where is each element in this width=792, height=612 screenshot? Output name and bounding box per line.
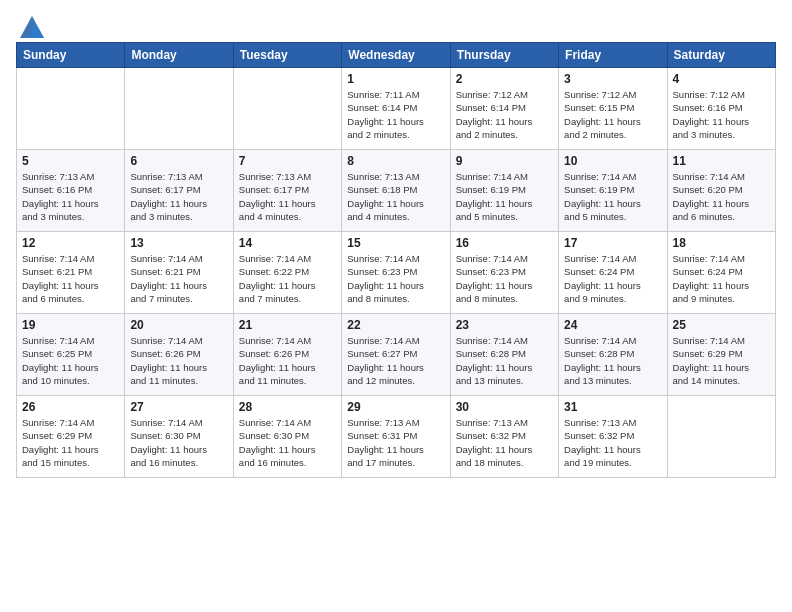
calendar-header-friday: Friday bbox=[559, 43, 667, 68]
day-number: 17 bbox=[564, 236, 661, 250]
day-info: Sunrise: 7:11 AM Sunset: 6:14 PM Dayligh… bbox=[347, 88, 444, 141]
day-number: 24 bbox=[564, 318, 661, 332]
day-number: 30 bbox=[456, 400, 553, 414]
logo bbox=[16, 12, 46, 36]
calendar-cell: 8Sunrise: 7:13 AM Sunset: 6:18 PM Daylig… bbox=[342, 150, 450, 232]
day-info: Sunrise: 7:14 AM Sunset: 6:23 PM Dayligh… bbox=[347, 252, 444, 305]
day-number: 12 bbox=[22, 236, 119, 250]
day-info: Sunrise: 7:12 AM Sunset: 6:14 PM Dayligh… bbox=[456, 88, 553, 141]
calendar-cell: 30Sunrise: 7:13 AM Sunset: 6:32 PM Dayli… bbox=[450, 396, 558, 478]
calendar-week-2: 5Sunrise: 7:13 AM Sunset: 6:16 PM Daylig… bbox=[17, 150, 776, 232]
day-info: Sunrise: 7:13 AM Sunset: 6:32 PM Dayligh… bbox=[564, 416, 661, 469]
day-info: Sunrise: 7:14 AM Sunset: 6:30 PM Dayligh… bbox=[130, 416, 227, 469]
calendar-cell: 12Sunrise: 7:14 AM Sunset: 6:21 PM Dayli… bbox=[17, 232, 125, 314]
day-number: 7 bbox=[239, 154, 336, 168]
calendar-header-monday: Monday bbox=[125, 43, 233, 68]
day-number: 25 bbox=[673, 318, 770, 332]
day-info: Sunrise: 7:14 AM Sunset: 6:26 PM Dayligh… bbox=[130, 334, 227, 387]
calendar-week-4: 19Sunrise: 7:14 AM Sunset: 6:25 PM Dayli… bbox=[17, 314, 776, 396]
calendar-week-3: 12Sunrise: 7:14 AM Sunset: 6:21 PM Dayli… bbox=[17, 232, 776, 314]
day-info: Sunrise: 7:14 AM Sunset: 6:25 PM Dayligh… bbox=[22, 334, 119, 387]
calendar-cell: 4Sunrise: 7:12 AM Sunset: 6:16 PM Daylig… bbox=[667, 68, 775, 150]
day-number: 3 bbox=[564, 72, 661, 86]
page: SundayMondayTuesdayWednesdayThursdayFrid… bbox=[0, 0, 792, 488]
calendar-cell: 16Sunrise: 7:14 AM Sunset: 6:23 PM Dayli… bbox=[450, 232, 558, 314]
calendar-cell: 29Sunrise: 7:13 AM Sunset: 6:31 PM Dayli… bbox=[342, 396, 450, 478]
day-number: 10 bbox=[564, 154, 661, 168]
calendar-cell: 13Sunrise: 7:14 AM Sunset: 6:21 PM Dayli… bbox=[125, 232, 233, 314]
calendar-cell: 2Sunrise: 7:12 AM Sunset: 6:14 PM Daylig… bbox=[450, 68, 558, 150]
day-number: 20 bbox=[130, 318, 227, 332]
day-number: 16 bbox=[456, 236, 553, 250]
day-number: 29 bbox=[347, 400, 444, 414]
calendar-cell: 31Sunrise: 7:13 AM Sunset: 6:32 PM Dayli… bbox=[559, 396, 667, 478]
day-number: 14 bbox=[239, 236, 336, 250]
calendar-cell bbox=[667, 396, 775, 478]
calendar-cell: 24Sunrise: 7:14 AM Sunset: 6:28 PM Dayli… bbox=[559, 314, 667, 396]
day-info: Sunrise: 7:14 AM Sunset: 6:20 PM Dayligh… bbox=[673, 170, 770, 223]
calendar-week-1: 1Sunrise: 7:11 AM Sunset: 6:14 PM Daylig… bbox=[17, 68, 776, 150]
calendar-cell: 17Sunrise: 7:14 AM Sunset: 6:24 PM Dayli… bbox=[559, 232, 667, 314]
day-number: 11 bbox=[673, 154, 770, 168]
calendar-cell: 1Sunrise: 7:11 AM Sunset: 6:14 PM Daylig… bbox=[342, 68, 450, 150]
calendar-cell: 19Sunrise: 7:14 AM Sunset: 6:25 PM Dayli… bbox=[17, 314, 125, 396]
day-number: 4 bbox=[673, 72, 770, 86]
day-info: Sunrise: 7:13 AM Sunset: 6:16 PM Dayligh… bbox=[22, 170, 119, 223]
day-number: 1 bbox=[347, 72, 444, 86]
day-number: 27 bbox=[130, 400, 227, 414]
calendar-cell: 18Sunrise: 7:14 AM Sunset: 6:24 PM Dayli… bbox=[667, 232, 775, 314]
calendar-cell: 23Sunrise: 7:14 AM Sunset: 6:28 PM Dayli… bbox=[450, 314, 558, 396]
calendar-header-thursday: Thursday bbox=[450, 43, 558, 68]
day-number: 5 bbox=[22, 154, 119, 168]
calendar-cell: 7Sunrise: 7:13 AM Sunset: 6:17 PM Daylig… bbox=[233, 150, 341, 232]
day-number: 23 bbox=[456, 318, 553, 332]
calendar-header-saturday: Saturday bbox=[667, 43, 775, 68]
day-info: Sunrise: 7:14 AM Sunset: 6:28 PM Dayligh… bbox=[456, 334, 553, 387]
day-info: Sunrise: 7:14 AM Sunset: 6:21 PM Dayligh… bbox=[22, 252, 119, 305]
day-number: 31 bbox=[564, 400, 661, 414]
day-info: Sunrise: 7:14 AM Sunset: 6:22 PM Dayligh… bbox=[239, 252, 336, 305]
logo-icon bbox=[18, 12, 46, 40]
day-info: Sunrise: 7:14 AM Sunset: 6:19 PM Dayligh… bbox=[564, 170, 661, 223]
calendar-cell: 21Sunrise: 7:14 AM Sunset: 6:26 PM Dayli… bbox=[233, 314, 341, 396]
day-info: Sunrise: 7:13 AM Sunset: 6:31 PM Dayligh… bbox=[347, 416, 444, 469]
day-number: 6 bbox=[130, 154, 227, 168]
calendar-cell bbox=[233, 68, 341, 150]
calendar-cell: 28Sunrise: 7:14 AM Sunset: 6:30 PM Dayli… bbox=[233, 396, 341, 478]
calendar: SundayMondayTuesdayWednesdayThursdayFrid… bbox=[16, 42, 776, 478]
calendar-cell: 26Sunrise: 7:14 AM Sunset: 6:29 PM Dayli… bbox=[17, 396, 125, 478]
calendar-cell bbox=[17, 68, 125, 150]
calendar-cell: 6Sunrise: 7:13 AM Sunset: 6:17 PM Daylig… bbox=[125, 150, 233, 232]
day-number: 8 bbox=[347, 154, 444, 168]
day-info: Sunrise: 7:14 AM Sunset: 6:28 PM Dayligh… bbox=[564, 334, 661, 387]
day-info: Sunrise: 7:14 AM Sunset: 6:24 PM Dayligh… bbox=[673, 252, 770, 305]
day-info: Sunrise: 7:14 AM Sunset: 6:27 PM Dayligh… bbox=[347, 334, 444, 387]
header bbox=[16, 12, 776, 36]
calendar-cell: 22Sunrise: 7:14 AM Sunset: 6:27 PM Dayli… bbox=[342, 314, 450, 396]
day-info: Sunrise: 7:14 AM Sunset: 6:24 PM Dayligh… bbox=[564, 252, 661, 305]
calendar-cell: 20Sunrise: 7:14 AM Sunset: 6:26 PM Dayli… bbox=[125, 314, 233, 396]
calendar-header-row: SundayMondayTuesdayWednesdayThursdayFrid… bbox=[17, 43, 776, 68]
calendar-cell: 3Sunrise: 7:12 AM Sunset: 6:15 PM Daylig… bbox=[559, 68, 667, 150]
day-number: 13 bbox=[130, 236, 227, 250]
calendar-cell: 14Sunrise: 7:14 AM Sunset: 6:22 PM Dayli… bbox=[233, 232, 341, 314]
day-info: Sunrise: 7:14 AM Sunset: 6:21 PM Dayligh… bbox=[130, 252, 227, 305]
day-info: Sunrise: 7:12 AM Sunset: 6:15 PM Dayligh… bbox=[564, 88, 661, 141]
day-number: 19 bbox=[22, 318, 119, 332]
day-info: Sunrise: 7:14 AM Sunset: 6:29 PM Dayligh… bbox=[673, 334, 770, 387]
day-number: 9 bbox=[456, 154, 553, 168]
day-info: Sunrise: 7:14 AM Sunset: 6:30 PM Dayligh… bbox=[239, 416, 336, 469]
calendar-header-sunday: Sunday bbox=[17, 43, 125, 68]
day-number: 28 bbox=[239, 400, 336, 414]
day-info: Sunrise: 7:12 AM Sunset: 6:16 PM Dayligh… bbox=[673, 88, 770, 141]
day-number: 15 bbox=[347, 236, 444, 250]
day-info: Sunrise: 7:13 AM Sunset: 6:32 PM Dayligh… bbox=[456, 416, 553, 469]
calendar-cell: 25Sunrise: 7:14 AM Sunset: 6:29 PM Dayli… bbox=[667, 314, 775, 396]
day-info: Sunrise: 7:13 AM Sunset: 6:17 PM Dayligh… bbox=[130, 170, 227, 223]
day-number: 18 bbox=[673, 236, 770, 250]
day-info: Sunrise: 7:14 AM Sunset: 6:23 PM Dayligh… bbox=[456, 252, 553, 305]
day-info: Sunrise: 7:14 AM Sunset: 6:26 PM Dayligh… bbox=[239, 334, 336, 387]
calendar-week-5: 26Sunrise: 7:14 AM Sunset: 6:29 PM Dayli… bbox=[17, 396, 776, 478]
day-number: 26 bbox=[22, 400, 119, 414]
calendar-cell: 15Sunrise: 7:14 AM Sunset: 6:23 PM Dayli… bbox=[342, 232, 450, 314]
